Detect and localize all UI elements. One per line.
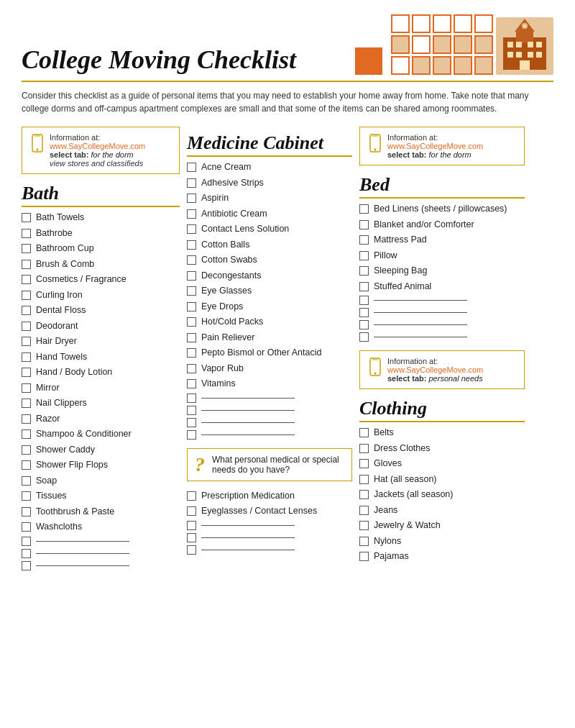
bed-list-item: Pillow — [359, 248, 525, 264]
medicine-item-label: Hot/Cold Packs — [201, 316, 263, 329]
medicine-item-label: Pepto Bismol or Other Antacid — [201, 347, 321, 360]
checkbox[interactable] — [187, 406, 196, 415]
checkbox[interactable] — [187, 379, 196, 388]
phone-icon — [29, 133, 45, 153]
checkbox[interactable] — [359, 308, 369, 317]
bed-list-item: Bed Linens (sheets / pillowcases) — [359, 201, 525, 217]
checkbox[interactable] — [22, 383, 31, 393]
checkbox[interactable] — [187, 178, 196, 188]
info-url-2[interactable]: www.SayCollegeMove.com — [387, 142, 483, 150]
medicine-list: Acne CreamAdhesive StripsAspirinAntibiot… — [187, 160, 352, 392]
checkbox[interactable] — [359, 490, 369, 499]
medicine-item-label: Pain Reliever — [201, 332, 254, 345]
checkbox[interactable] — [22, 414, 31, 424]
svg-rect-9 — [516, 52, 522, 58]
bath-item-label: Cosmetics / Fragrance — [36, 273, 126, 286]
checkbox[interactable] — [187, 418, 196, 427]
checkbox[interactable] — [187, 545, 196, 555]
checkbox[interactable] — [22, 337, 31, 346]
checkbox[interactable] — [22, 322, 31, 331]
medicine-list-item: Aspirin — [187, 191, 352, 206]
checkbox[interactable] — [22, 491, 31, 501]
info-url-1[interactable]: www.SayCollegeMove.com — [50, 142, 145, 150]
checkbox[interactable] — [359, 332, 369, 342]
checkbox[interactable] — [359, 459, 369, 468]
bed-blank-2 — [359, 306, 525, 319]
checkbox[interactable] — [187, 224, 196, 234]
med-blank-2 — [187, 404, 352, 417]
bed-item-label: Stuffed Animal — [374, 281, 431, 294]
checkbox[interactable] — [22, 352, 31, 362]
checkbox[interactable] — [187, 393, 196, 403]
checkbox[interactable] — [187, 163, 196, 172]
checkbox[interactable] — [359, 506, 369, 515]
checkbox[interactable] — [187, 521, 196, 530]
checkbox[interactable] — [187, 271, 196, 281]
checkbox[interactable] — [22, 275, 31, 284]
checkbox[interactable] — [187, 317, 196, 327]
checkbox[interactable] — [22, 306, 31, 315]
medicine-item-label: Cotton Swabs — [201, 254, 257, 267]
bath-item-label: Dental Floss — [36, 304, 86, 317]
checkbox[interactable] — [22, 476, 31, 486]
checkbox[interactable] — [22, 213, 31, 222]
column-1: Information at: www.SayCollegeMove.com s… — [22, 127, 180, 572]
checkbox[interactable] — [359, 251, 369, 260]
checkbox[interactable] — [22, 260, 31, 269]
checkbox[interactable] — [22, 445, 31, 455]
checkbox[interactable] — [359, 204, 369, 214]
checkbox[interactable] — [22, 429, 31, 439]
bed-blank-4 — [359, 331, 525, 343]
bath-item-label: Deodorant — [36, 320, 78, 333]
clothing-item-label: Jewelry & Watch — [374, 519, 441, 532]
checkbox[interactable] — [359, 444, 369, 453]
checkbox[interactable] — [22, 291, 31, 300]
checkbox[interactable] — [359, 320, 369, 329]
checkbox[interactable] — [187, 533, 196, 542]
checkbox[interactable] — [187, 255, 196, 265]
checkbox[interactable] — [22, 229, 31, 238]
svg-rect-2 — [516, 30, 533, 43]
checkbox[interactable] — [187, 302, 196, 311]
info-url-3[interactable]: www.SayCollegeMove.com — [387, 365, 483, 374]
checkbox[interactable] — [22, 507, 31, 517]
medicine-title: Medicine Cabinet — [187, 132, 352, 157]
checkbox[interactable] — [359, 521, 369, 530]
svg-rect-6 — [528, 42, 533, 47]
med-blank-1 — [187, 392, 352, 404]
checkbox[interactable] — [187, 364, 196, 373]
medicine-extra-item: Prescription Medication — [187, 488, 352, 504]
checkbox[interactable] — [22, 399, 31, 408]
checkbox[interactable] — [359, 220, 369, 229]
checkbox[interactable] — [359, 266, 369, 276]
checkbox[interactable] — [22, 368, 31, 377]
clothing-list-item: Jackets (all season) — [359, 487, 525, 503]
checkbox[interactable] — [187, 286, 196, 296]
checkbox[interactable] — [359, 296, 369, 305]
checkbox[interactable] — [359, 282, 369, 291]
checkbox[interactable] — [187, 209, 196, 219]
checkbox[interactable] — [187, 348, 196, 358]
checkbox[interactable] — [359, 428, 369, 437]
bed-item-label: Sleeping Bag — [374, 265, 427, 278]
checkbox[interactable] — [22, 549, 31, 558]
checkbox[interactable] — [359, 235, 369, 245]
checkbox[interactable] — [359, 475, 369, 484]
checkbox[interactable] — [22, 522, 31, 532]
checkbox[interactable] — [22, 244, 31, 253]
checkbox[interactable] — [359, 537, 369, 546]
bed-blank-1 — [359, 294, 525, 306]
checkbox[interactable] — [187, 240, 196, 250]
checkbox[interactable] — [22, 537, 31, 546]
checkbox[interactable] — [187, 333, 196, 342]
checkbox[interactable] — [22, 561, 31, 570]
checkbox[interactable] — [187, 194, 196, 203]
svg-rect-4 — [507, 42, 513, 47]
checkbox[interactable] — [187, 430, 196, 440]
checkbox[interactable] — [22, 460, 31, 470]
checkbox[interactable] — [187, 506, 196, 516]
clothing-list-item: Belts — [359, 425, 525, 441]
checkbox[interactable] — [187, 491, 196, 501]
clothing-item-label: Pajamas — [374, 550, 409, 563]
checkbox[interactable] — [359, 552, 369, 561]
